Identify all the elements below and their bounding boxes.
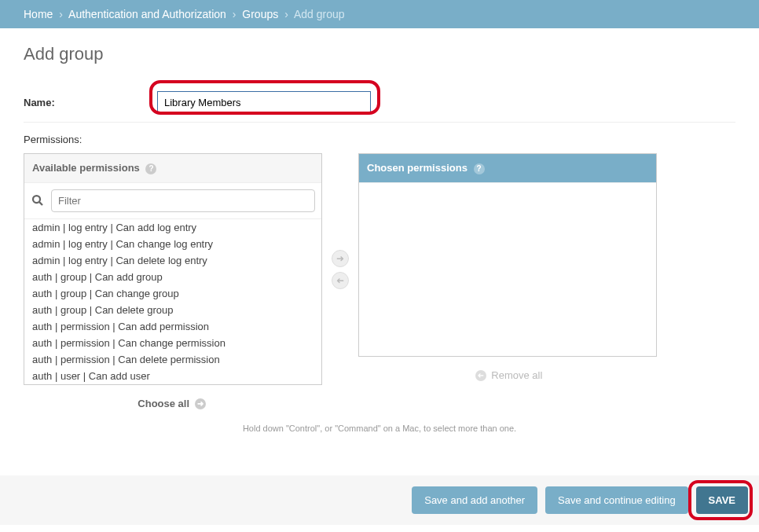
name-input[interactable] — [157, 91, 371, 114]
breadcrumb-home[interactable]: Home — [24, 8, 53, 20]
permission-option[interactable]: auth | group | Can delete group — [24, 302, 321, 318]
svg-point-0 — [33, 196, 40, 203]
permission-option[interactable]: auth | permission | Can add permission — [24, 318, 321, 335]
svg-line-1 — [39, 202, 42, 205]
permissions-block: Permissions: Available permissions ? adm… — [24, 123, 735, 452]
submit-row: Save and add another Save and continue e… — [0, 475, 759, 525]
available-header-text: Available permissions — [32, 162, 140, 174]
filter-row — [24, 183, 321, 219]
chosen-permissions-header: Chosen permissions ? — [359, 154, 656, 183]
help-icon[interactable]: ? — [145, 163, 156, 174]
choose-all-icon: ➜ — [195, 398, 206, 409]
permissions-selector: Available permissions ? admin | log entr… — [24, 153, 735, 416]
breadcrumb-current: Add group — [294, 8, 345, 20]
chosen-header-text: Chosen permissions — [367, 162, 468, 174]
remove-all-icon: ➜ — [475, 370, 486, 381]
breadcrumb-sep: › — [233, 8, 236, 20]
choose-all-text: Choose all — [138, 398, 189, 409]
available-permissions-box: Available permissions ? admin | log entr… — [24, 153, 322, 385]
permissions-help-text: Hold down "Control", or "Command" on a M… — [24, 416, 735, 452]
permission-option[interactable]: auth | group | Can add group — [24, 269, 321, 285]
permission-option[interactable]: admin | log entry | Can delete log entry — [24, 252, 321, 269]
breadcrumb: Home › Authentication and Authorization … — [0, 0, 759, 28]
save-continue-button[interactable]: Save and continue editing — [545, 486, 688, 514]
move-left-button[interactable]: ➜ — [332, 272, 349, 289]
choose-all-link[interactable]: Choose all ➜ — [24, 385, 322, 416]
permissions-label: Permissions: — [24, 134, 735, 145]
available-permissions-header: Available permissions ? — [24, 154, 321, 183]
remove-all-text: Remove all — [491, 369, 542, 381]
page-title: Add group — [24, 44, 735, 64]
remove-all-link[interactable]: ➜ Remove all — [358, 357, 657, 388]
breadcrumb-sep: › — [59, 8, 63, 20]
permission-option[interactable]: auth | permission | Can change permissio… — [24, 335, 321, 351]
permission-option[interactable]: auth | group | Can change group — [24, 285, 321, 302]
breadcrumb-model[interactable]: Groups — [242, 8, 278, 20]
chosen-permissions-list[interactable] — [359, 183, 656, 356]
permission-option[interactable]: admin | log entry | Can change log entry — [24, 236, 321, 252]
search-icon — [31, 193, 45, 207]
save-add-another-button[interactable]: Save and add another — [412, 486, 537, 514]
filter-input[interactable] — [51, 189, 315, 212]
breadcrumb-app[interactable]: Authentication and Authorization — [68, 8, 226, 20]
name-label: Name: — [24, 97, 157, 108]
permission-option[interactable]: auth | permission | Can delete permissio… — [24, 351, 321, 368]
chosen-permissions-box: Chosen permissions ? — [358, 153, 657, 357]
available-permissions-list[interactable]: admin | log entry | Can add log entryadm… — [24, 219, 321, 384]
permission-option[interactable]: auth | user | Can add user — [24, 368, 321, 384]
save-button[interactable]: SAVE — [696, 486, 748, 514]
selector-mid-controls: ➜ ➜ — [322, 248, 358, 292]
name-row: Name: — [24, 83, 735, 123]
breadcrumb-sep: › — [284, 8, 288, 20]
move-right-button[interactable]: ➜ — [332, 250, 349, 267]
help-icon[interactable]: ? — [474, 163, 485, 174]
permission-option[interactable]: admin | log entry | Can add log entry — [24, 219, 321, 236]
